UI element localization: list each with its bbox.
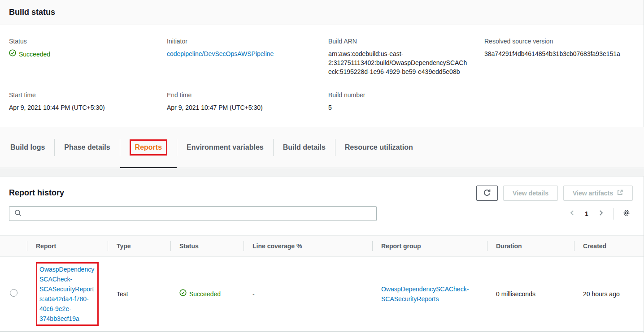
table-row: OwaspDependencySCACheck-SCASecurityRepor… xyxy=(0,257,644,332)
field-end-time-label: End time xyxy=(167,91,328,99)
build-status-card: Build status Status Succeeded Initiator … xyxy=(0,0,644,127)
pagination-next-button[interactable] xyxy=(595,208,607,220)
external-link-icon xyxy=(617,189,623,197)
tab-build-logs-label: Build logs xyxy=(10,143,45,151)
card-title: Build status xyxy=(9,8,635,17)
build-arn-value: arn:aws:codebuild:us-east-2:312751113402… xyxy=(328,49,468,76)
row-status-text: Succeeded xyxy=(189,289,221,299)
pagination-divider xyxy=(614,208,614,220)
build-number-value: 5 xyxy=(328,103,484,112)
report-group-link[interactable]: OwaspDependencySCACheck-SCASecurityRepor… xyxy=(381,284,478,304)
build-detail-tabs: Build logs Phase details Reports Environ… xyxy=(0,127,644,168)
tab-phase-details[interactable]: Phase details xyxy=(55,127,119,168)
view-artifacts-label: View artifacts xyxy=(573,190,613,197)
view-details-label: View details xyxy=(513,190,548,197)
report-history-panel: Report history View details View artifac… xyxy=(0,176,644,333)
tab-reports-label: Reports xyxy=(135,143,162,151)
field-build-number: Build number 5 xyxy=(328,91,484,112)
cell-status: Succeeded xyxy=(170,257,244,332)
tab-resource-utilization-label: Resource utilization xyxy=(345,143,413,151)
pagination-prev-button[interactable] xyxy=(566,208,579,220)
build-fields-row-2: Start time Apr 9, 2021 10:44 PM (UTC+5:3… xyxy=(9,91,635,112)
field-status-label: Status xyxy=(9,37,167,46)
header-report: Report xyxy=(27,236,108,257)
report-link[interactable]: OwaspDependencySCACheck-SCASecurityRepor… xyxy=(39,264,95,324)
cell-line-coverage: - xyxy=(244,257,372,332)
header-select xyxy=(0,236,27,257)
tab-environment-variables-label: Environment variables xyxy=(187,143,264,151)
field-status-value: Succeeded xyxy=(9,49,167,59)
build-status-card-body: Status Succeeded Initiator codepipeline/… xyxy=(0,25,644,112)
build-status-card-header: Build status xyxy=(0,0,644,25)
cell-duration: 0 milliseconds xyxy=(487,257,574,332)
status-text: Succeeded xyxy=(19,50,50,59)
annotation-box-reports: Reports xyxy=(130,139,167,156)
tab-resource-utilization[interactable]: Resource utilization xyxy=(335,127,422,168)
field-start-time-label: Start time xyxy=(9,91,167,99)
field-initiator-label: Initiator xyxy=(167,37,328,46)
cell-type: Test xyxy=(108,257,170,332)
start-time-value: Apr 9, 2021 10:44 PM (UTC+5:30) xyxy=(9,103,167,112)
annotation-box-report-link: OwaspDependencySCACheck-SCASecurityRepor… xyxy=(36,262,99,326)
search-input[interactable] xyxy=(26,210,372,217)
header-report-group: Report group xyxy=(372,236,487,257)
tab-build-logs[interactable]: Build logs xyxy=(1,127,54,168)
chevron-left-icon xyxy=(568,209,576,218)
report-history-table: Report Type Status Line coverage % Repor… xyxy=(0,235,644,332)
field-build-arn: Build ARN arn:aws:codebuild:us-east-2:31… xyxy=(328,37,484,76)
search-icon xyxy=(14,209,22,218)
cell-report-group: OwaspDependencySCACheck-SCASecurityRepor… xyxy=(372,257,487,332)
resolved-source-version-value: 38a74291f4db4614854b31b3cb07683fa93e151a xyxy=(484,49,635,58)
gear-icon xyxy=(622,208,631,219)
refresh-icon xyxy=(483,189,491,198)
report-history-title: Report history xyxy=(9,186,64,198)
cell-report: OwaspDependencySCACheck-SCASecurityRepor… xyxy=(27,257,108,332)
field-build-arn-label: Build ARN xyxy=(328,37,484,46)
header-type: Type xyxy=(108,236,170,257)
tab-environment-variables[interactable]: Environment variables xyxy=(177,127,273,168)
chevron-right-icon xyxy=(597,209,605,218)
pagination-current-page[interactable]: 1 xyxy=(581,210,592,217)
tab-build-details[interactable]: Build details xyxy=(274,127,335,168)
report-search-box xyxy=(9,206,377,221)
field-end-time: End time Apr 9, 2021 10:47 PM (UTC+5:30) xyxy=(167,91,328,112)
settings-button[interactable] xyxy=(620,208,633,220)
field-initiator: Initiator codepipeline/DevSecOpsAWSPipel… xyxy=(167,37,328,76)
view-details-button[interactable]: View details xyxy=(503,186,558,201)
tab-build-details-label: Build details xyxy=(283,143,326,151)
row-radio[interactable] xyxy=(10,289,17,297)
header-duration: Duration xyxy=(487,236,574,257)
view-artifacts-button[interactable]: View artifacts xyxy=(563,186,633,201)
success-check-icon xyxy=(9,49,16,59)
initiator-link[interactable]: codepipeline/DevSecOpsAWSPipeline xyxy=(167,50,274,57)
build-fields-row-1: Status Succeeded Initiator codepipeline/… xyxy=(9,37,635,76)
field-resolved-source-version-label: Resolved source version xyxy=(484,37,635,46)
tab-phase-details-label: Phase details xyxy=(64,143,110,151)
tab-reports[interactable]: Reports xyxy=(120,127,177,168)
end-time-value: Apr 9, 2021 10:47 PM (UTC+5:30) xyxy=(167,103,328,112)
pagination: 1 xyxy=(566,208,633,220)
header-line-coverage: Line coverage % xyxy=(244,236,372,257)
header-created: Created xyxy=(574,236,644,257)
refresh-button[interactable] xyxy=(476,186,498,201)
field-status: Status Succeeded xyxy=(9,37,167,76)
cell-created: 20 hours ago xyxy=(574,257,644,332)
table-header-row: Report Type Status Line coverage % Repor… xyxy=(0,236,644,257)
success-check-icon xyxy=(179,289,187,299)
field-build-number-label: Build number xyxy=(328,91,484,99)
field-resolved-source-version: Resolved source version 38a74291f4db4614… xyxy=(484,37,635,76)
header-status: Status xyxy=(170,236,244,257)
field-start-time: Start time Apr 9, 2021 10:44 PM (UTC+5:3… xyxy=(9,91,167,112)
